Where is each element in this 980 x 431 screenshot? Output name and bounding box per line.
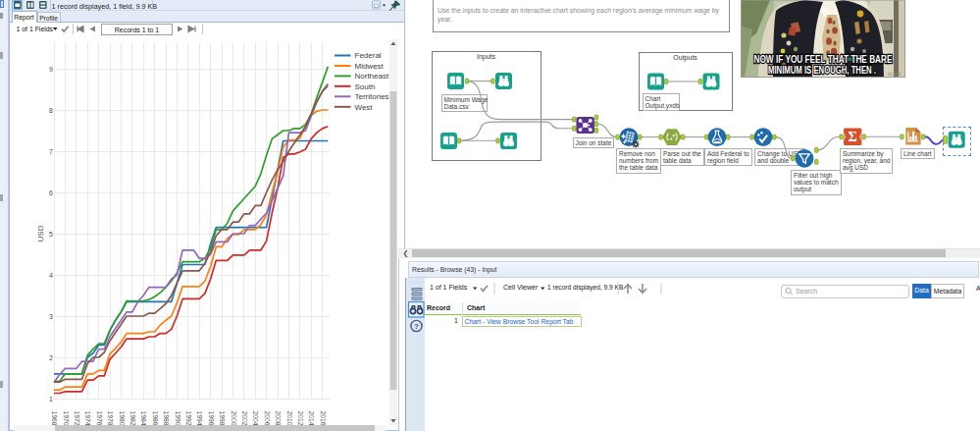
svg-text:?: ? — [414, 322, 419, 331]
svg-text:Territories: Territories — [354, 92, 388, 101]
svg-text:2012: 2012 — [297, 411, 304, 426]
svg-text:1994: 1994 — [196, 411, 203, 426]
svg-text:Northeast: Northeast — [354, 72, 388, 81]
svg-text:8: 8 — [49, 107, 53, 114]
svg-text:1986: 1986 — [151, 411, 158, 426]
svg-text:1996: 1996 — [207, 411, 214, 426]
svg-text:2004: 2004 — [252, 411, 259, 426]
svg-text:9: 9 — [49, 66, 53, 73]
svg-text:Σ: Σ — [849, 130, 857, 144]
svg-text:1998: 1998 — [219, 411, 226, 426]
svg-text:West: West — [354, 103, 373, 112]
svg-text:2008: 2008 — [275, 411, 282, 426]
svg-text:3: 3 — [49, 313, 53, 320]
svg-text:1990: 1990 — [174, 411, 181, 426]
svg-text:1974: 1974 — [84, 411, 91, 426]
svg-text:6: 6 — [49, 189, 53, 196]
svg-text:1: 1 — [49, 396, 53, 403]
svg-text:2: 2 — [49, 354, 53, 361]
svg-text:1968: 1968 — [51, 411, 58, 426]
svg-text:1988: 1988 — [163, 411, 170, 426]
svg-text:tot.wnt: tot.wnt — [888, 72, 902, 77]
svg-text:5: 5 — [49, 231, 53, 238]
svg-text:1978: 1978 — [107, 411, 114, 426]
svg-text:2014: 2014 — [308, 411, 315, 426]
svg-text:2010: 2010 — [285, 411, 292, 426]
svg-text:1972: 1972 — [74, 411, 80, 426]
svg-text:1976: 1976 — [95, 411, 102, 426]
svg-text:1982: 1982 — [129, 411, 136, 426]
svg-text:1984: 1984 — [140, 411, 147, 426]
svg-text:2002: 2002 — [241, 411, 248, 426]
svg-text:1980: 1980 — [118, 411, 125, 426]
svg-text:2016: 2016 — [319, 411, 326, 426]
svg-text:USD: USD — [36, 225, 45, 242]
svg-text:4: 4 — [49, 272, 53, 279]
svg-text:1992: 1992 — [185, 411, 192, 426]
svg-text:1970: 1970 — [62, 411, 69, 426]
svg-text:Federal: Federal — [354, 51, 381, 60]
svg-text:South: South — [354, 82, 375, 91]
svg-text:2006: 2006 — [263, 411, 270, 426]
svg-text:7: 7 — [49, 148, 53, 155]
svg-text:Midwest: Midwest — [354, 62, 384, 71]
svg-text:2000: 2000 — [230, 411, 236, 426]
svg-text:MINIMUM IS ENOUGH, THEN .: MINIMUM IS ENOUGH, THEN . — [768, 64, 876, 76]
